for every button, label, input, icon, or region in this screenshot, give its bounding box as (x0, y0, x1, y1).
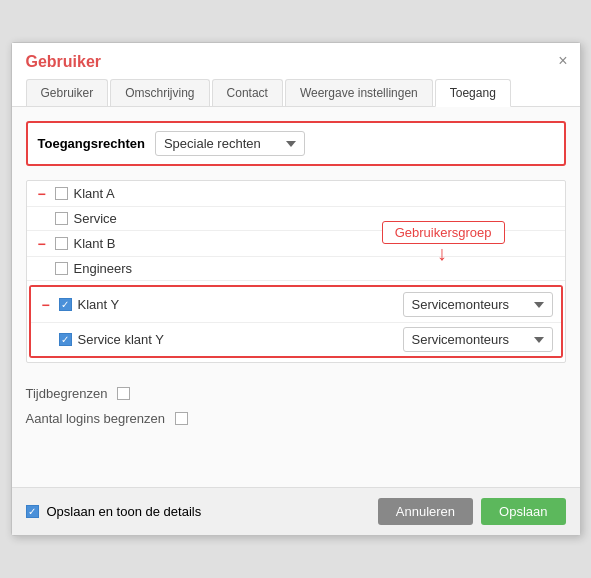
checkbox-save-details[interactable] (26, 505, 39, 518)
access-rights-select[interactable]: Speciale rechten Standaard rechten Behee… (155, 131, 305, 156)
group-row-klant-y: − Klant Y Servicemonteurs Beheerders Med… (31, 287, 561, 323)
highlighted-klant-y: − Klant Y Servicemonteurs Beheerders Med… (29, 285, 563, 358)
label-klant-y: Klant Y (78, 297, 397, 312)
close-button[interactable]: × (558, 53, 567, 69)
access-rights-row: Toegangsrechten Speciale rechten Standaa… (26, 121, 566, 166)
checkbox-tijdbegrenzen[interactable] (117, 387, 130, 400)
tab-gebruiker[interactable]: Gebruiker (26, 79, 109, 106)
collapse-klant-b[interactable]: − (35, 237, 49, 251)
checkbox-klant-y[interactable] (59, 298, 72, 311)
tab-omschrijving[interactable]: Omschrijving (110, 79, 209, 106)
sub-row-engineers: Engineers (27, 257, 565, 281)
label-engineers: Engineers (74, 261, 557, 276)
field-row-logins: Aantal logins begrenzen (26, 406, 566, 431)
dialog-footer: Opslaan en toon de details Annuleren Ops… (12, 487, 580, 535)
cancel-button[interactable]: Annuleren (378, 498, 473, 525)
dialog-header: Gebruiker × Gebruiker Omschrijving Conta… (12, 43, 580, 107)
save-button[interactable]: Opslaan (481, 498, 565, 525)
bottom-fields: Tijdbegrenzen Aantal logins begrenzen (26, 375, 566, 437)
group-row-klant-b: − Klant B Gebruikersgroep ↓ (27, 231, 565, 257)
group-row-klant-a: − Klant A (27, 181, 565, 207)
checkbox-engineers[interactable] (55, 262, 68, 275)
group-select-klant-y[interactable]: Servicemonteurs Beheerders Medewerkers (403, 292, 553, 317)
dialog: Gebruiker × Gebruiker Omschrijving Conta… (11, 42, 581, 536)
checkbox-klant-b[interactable] (55, 237, 68, 250)
tooltip-label: Gebruikersgroep (382, 221, 505, 244)
checkbox-logins[interactable] (175, 412, 188, 425)
groups-box: − Klant A Service − Klant B Gebruikersgr… (26, 180, 566, 363)
collapse-klant-y[interactable]: − (39, 298, 53, 312)
save-details-label: Opslaan en toon de details (47, 504, 202, 519)
checkbox-klant-a[interactable] (55, 187, 68, 200)
checkbox-service[interactable] (55, 212, 68, 225)
dialog-body: Toegangsrechten Speciale rechten Standaa… (12, 107, 580, 487)
group-select-service-klant-y[interactable]: Servicemonteurs Beheerders Medewerkers (403, 327, 553, 352)
tab-contact[interactable]: Contact (212, 79, 283, 106)
footer-left: Opslaan en toon de details (26, 504, 202, 519)
access-rights-label: Toegangsrechten (38, 136, 145, 151)
label-tijdbegrenzen: Tijdbegrenzen (26, 386, 108, 401)
tabs: Gebruiker Omschrijving Contact Weergave … (26, 79, 566, 106)
tooltip-arrow: ↓ (437, 243, 447, 263)
sub-row-service-klant-y: Service klant Y Servicemonteurs Beheerde… (31, 323, 561, 356)
tab-toegang[interactable]: Toegang (435, 79, 511, 107)
tooltip-container: Gebruikersgroep ↓ (382, 221, 505, 244)
checkbox-service-klant-y[interactable] (59, 333, 72, 346)
dialog-title: Gebruiker (26, 53, 566, 71)
label-logins: Aantal logins begrenzen (26, 411, 166, 426)
tab-weergave[interactable]: Weergave instellingen (285, 79, 433, 106)
footer-buttons: Annuleren Opslaan (378, 498, 566, 525)
field-row-tijdbegrenzen: Tijdbegrenzen (26, 381, 566, 406)
label-klant-a: Klant A (74, 186, 557, 201)
label-service-klant-y: Service klant Y (78, 332, 397, 347)
collapse-klant-a[interactable]: − (35, 187, 49, 201)
